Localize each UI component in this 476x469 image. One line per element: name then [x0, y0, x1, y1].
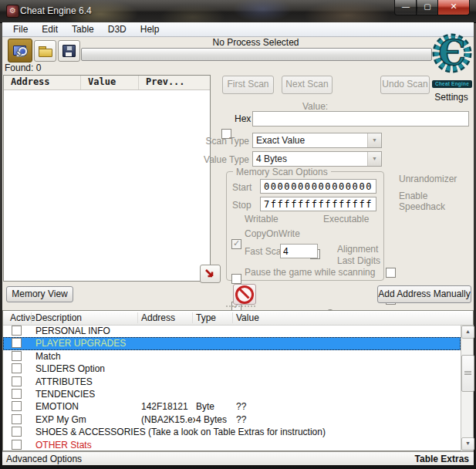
table-row[interactable]: PERSONAL INFO: [3, 325, 461, 337]
window-title: Cheat Engine 6.4: [20, 5, 92, 16]
cheat-table-header: Active Description Address Type Value: [3, 311, 473, 326]
advanced-options-link[interactable]: Advanced Options: [6, 454, 82, 464]
select-process-icon: [13, 46, 27, 56]
col-type[interactable]: Type: [196, 312, 216, 323]
row-active-checkbox[interactable]: [12, 338, 22, 348]
menu-edit[interactable]: Edit: [35, 24, 65, 35]
row-description: SHOES & ACCESSORIES (Take a look on Tabl…: [35, 427, 326, 437]
cheat-table-body: PERSONAL INFO PLAYER UPGRADES Match SLID…: [3, 325, 461, 451]
found-col-value[interactable]: Value: [81, 76, 139, 89]
row-active-checkbox[interactable]: [12, 427, 22, 437]
found-col-address[interactable]: Address: [4, 76, 81, 89]
unrandomizer-checkbox[interactable]: [386, 268, 396, 278]
select-process-button[interactable]: [8, 39, 32, 62]
row-active-checkbox[interactable]: [12, 326, 22, 336]
copyonwrite-label: CopyOnWrite: [245, 228, 300, 239]
row-address: 142F18121: [141, 401, 195, 412]
row-active-checkbox[interactable]: [12, 363, 22, 373]
close-icon: ✕: [450, 2, 457, 11]
splitter-grip[interactable]: [226, 303, 255, 307]
maximize-button[interactable]: ▢: [416, 0, 439, 15]
row-description: EMOTION: [35, 401, 79, 412]
row-active-checkbox[interactable]: [12, 389, 22, 399]
cheat-engine-gear-icon: Є: [431, 29, 473, 79]
col-address[interactable]: Address: [141, 312, 175, 323]
settings-link[interactable]: Settings: [430, 92, 472, 103]
found-count-label: Found: 0: [5, 62, 41, 73]
menu-file[interactable]: File: [6, 24, 35, 35]
value-type-dropdown[interactable]: 4 Bytes ▼: [252, 151, 382, 167]
table-scrollbar[interactable]: ▲ ▼: [461, 325, 474, 451]
copyonwrite-checkbox[interactable]: [231, 274, 241, 284]
copy-to-table-button[interactable]: [200, 265, 221, 283]
menu-help[interactable]: Help: [133, 24, 167, 35]
row-value: ??: [236, 414, 246, 425]
table-row[interactable]: SLIDERS Option: [3, 363, 461, 375]
row-address: (NBA2K15.exe+2E: [141, 414, 195, 425]
menu-d3d[interactable]: D3D: [101, 24, 133, 35]
menu-table[interactable]: Table: [65, 24, 101, 35]
writable-checkbox[interactable]: [231, 239, 241, 249]
enable-speedhack-label: Enable Speedhack: [399, 191, 474, 212]
scan-type-value: Exact Value: [256, 135, 305, 146]
scrollbar-thumb[interactable]: [461, 355, 474, 392]
alignment-label: Alignment: [337, 244, 378, 255]
found-address-list[interactable]: Address Value Prev...: [3, 75, 211, 282]
scan-stop-input[interactable]: [260, 197, 376, 211]
fast-scan-alignment-input[interactable]: [280, 244, 318, 258]
found-list-header: Address Value Prev...: [4, 76, 210, 90]
table-row[interactable]: TENDENCIES: [3, 388, 461, 400]
table-row[interactable]: PLAYER UPGRADES: [3, 337, 461, 349]
close-button[interactable]: ✕: [437, 0, 470, 15]
undo-scan-button[interactable]: Undo Scan: [380, 76, 430, 94]
next-scan-button[interactable]: Next Scan: [282, 76, 333, 94]
scan-start-input[interactable]: [260, 179, 376, 194]
value-type-value: 4 Bytes: [256, 154, 287, 164]
scroll-down-icon[interactable]: ▼: [461, 437, 474, 450]
table-row[interactable]: EXP My Gm (NBA2K15.exe+2E 4 Bytes ??: [3, 413, 461, 426]
footer-bar: Advanced Options Table Extras: [2, 451, 474, 465]
table-extras-link[interactable]: Table Extras: [415, 454, 469, 464]
maximize-icon: ▢: [424, 2, 430, 11]
row-type: Byte: [196, 401, 214, 412]
scan-value-input[interactable]: [252, 111, 469, 127]
table-row[interactable]: EMOTION 142F18121 Byte ??: [3, 400, 461, 413]
save-table-button[interactable]: [58, 40, 80, 62]
cheat-engine-app-icon: ⚙: [6, 5, 19, 18]
table-row[interactable]: Match: [3, 350, 461, 363]
memory-scan-options-title: Memory Scan Options: [233, 167, 331, 177]
table-row[interactable]: OTHER Stats: [3, 439, 461, 451]
scan-type-dropdown[interactable]: Exact Value ▼: [252, 133, 382, 148]
dropdown-arrow-icon: ▼: [367, 152, 381, 166]
row-active-checkbox[interactable]: [12, 440, 22, 450]
stop-label: Stop: [232, 200, 252, 211]
scroll-up-icon[interactable]: ▲: [461, 326, 474, 339]
found-col-prev[interactable]: Prev...: [139, 76, 210, 89]
first-scan-button[interactable]: First Scan: [222, 76, 274, 94]
col-value[interactable]: Value: [236, 312, 259, 323]
row-active-checkbox[interactable]: [12, 401, 22, 411]
hex-label: Hex: [235, 113, 251, 124]
table-row[interactable]: SHOES & ACCESSORIES (Take a look on Tabl…: [3, 426, 461, 438]
value-type-label: Value Type: [187, 154, 249, 165]
row-description: TENDENCIES: [35, 389, 95, 400]
unrandomizer-label: Unrandomizer: [399, 174, 457, 184]
row-active-checkbox[interactable]: [12, 351, 22, 361]
cheat-table[interactable]: Active Description Address Type Value PE…: [2, 310, 474, 451]
minimize-icon: —: [402, 2, 410, 11]
row-description: EXP My Gm: [35, 414, 86, 425]
cancel-scan-button[interactable]: [233, 284, 256, 305]
cheat-engine-badge: Cheat Engine: [432, 80, 472, 88]
row-description: OTHER Stats: [35, 440, 92, 450]
minimize-button[interactable]: —: [394, 0, 417, 15]
pause-game-label: Pause the game while scanning: [245, 267, 375, 278]
row-active-checkbox[interactable]: [12, 414, 22, 424]
memory-view-button[interactable]: Memory View: [6, 286, 73, 302]
add-address-manually-button[interactable]: Add Address Manually: [377, 285, 471, 303]
row-description: PLAYER UPGRADES: [35, 338, 126, 349]
col-description[interactable]: Description: [35, 312, 82, 323]
start-label: Start: [232, 182, 252, 193]
table-row[interactable]: ATTRIBUTES: [3, 376, 461, 388]
open-table-button[interactable]: [34, 40, 56, 62]
row-active-checkbox[interactable]: [12, 376, 22, 386]
